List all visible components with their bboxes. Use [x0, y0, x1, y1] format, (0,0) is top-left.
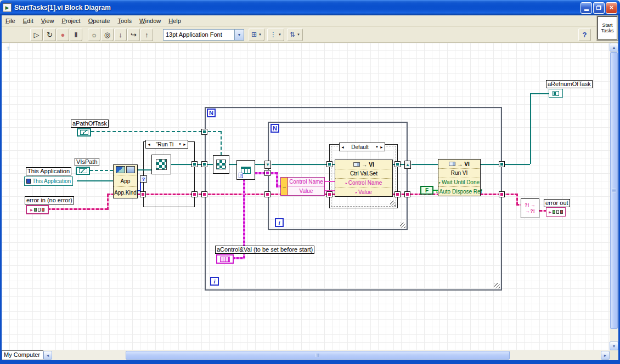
a-control-val-terminal[interactable] [216, 254, 234, 264]
menu-file[interactable]: File [2, 16, 19, 25]
path-wire-segment[interactable] [208, 131, 221, 132]
abort-button[interactable]: ● [57, 29, 69, 41]
error-wire-segment[interactable] [539, 210, 546, 212]
error-tunnel[interactable] [404, 191, 410, 197]
refnum-tunnel[interactable] [326, 161, 332, 167]
font-selector-dropdown[interactable]: ▼ [234, 30, 244, 40]
control-val-wire-segment[interactable] [233, 257, 243, 259]
run-button[interactable]: ▷ [30, 29, 43, 41]
inner-loop-count-terminal[interactable]: N [270, 124, 279, 133]
label-a-refnum-of-task[interactable]: aRefnumOfTask [546, 80, 593, 88]
vi-refnum-wire-segment[interactable] [412, 164, 438, 165]
app-property-node[interactable]: App App.Kind [113, 164, 138, 198]
vi-icon[interactable]: Start Tasks [598, 16, 617, 39]
case-structure-app-kind[interactable] [143, 141, 195, 207]
outer-for-loop-resize-grip[interactable] [494, 283, 500, 288]
inner-loop-iteration-terminal[interactable]: i [275, 218, 284, 227]
step-over-button[interactable]: ↪ [127, 29, 140, 41]
execution-target-selector[interactable]: My Computer [2, 350, 43, 360]
close-button[interactable]: × [606, 2, 617, 14]
vis-path-constant[interactable] [76, 167, 90, 175]
a-refnum-of-task-indicator[interactable] [549, 89, 563, 98]
scroll-down-button[interactable]: ▼ [610, 342, 618, 350]
run-continuous-button[interactable]: ↻ [43, 29, 56, 41]
error-wire-segment[interactable] [48, 208, 107, 210]
label-vis-path[interactable]: VIsPath [75, 158, 99, 166]
app-kind-wire[interactable] [140, 182, 141, 191]
shift-register-left[interactable]: ▼ [264, 161, 271, 169]
pause-button[interactable]: Ⅱ [70, 29, 82, 41]
index-array-node[interactable]: 0 [236, 160, 255, 180]
path-wire-segment[interactable] [90, 170, 113, 171]
property-node-class[interactable]: App [114, 175, 137, 186]
scroll-right-button[interactable]: ► [601, 351, 610, 360]
path-wire-segment[interactable] [91, 131, 202, 132]
horizontal-scrollbar[interactable]: ◄ ► [43, 350, 610, 360]
case-dropdown-icon[interactable]: ▼ [375, 145, 379, 149]
horizontal-scrollbar-thumb[interactable] [126, 351, 510, 360]
refnum-tunnel[interactable] [499, 161, 505, 167]
outer-loop-iteration-terminal[interactable]: i [210, 277, 219, 286]
block-diagram-canvas[interactable]: + ◄ "Run Ti ▼ ► ◄ Default ▼ ► N i N i [2, 43, 610, 350]
path-wire-segment[interactable] [221, 131, 222, 155]
shift-register-right[interactable]: ▲ [404, 161, 411, 169]
error-tunnel[interactable] [140, 191, 146, 197]
menu-edit[interactable]: Edit [19, 16, 37, 25]
menu-view[interactable]: View [37, 16, 58, 25]
error-wire-segment[interactable] [480, 194, 516, 195]
case-next-icon[interactable]: ► [183, 143, 187, 146]
merge-errors-icon[interactable] [521, 198, 539, 218]
error-tunnel[interactable] [264, 191, 270, 197]
scroll-up-button[interactable]: ▲ [610, 43, 618, 52]
invoke-param[interactable]: Control Name [335, 179, 392, 188]
case-prev-icon[interactable]: ◄ [341, 145, 345, 149]
path-tunnel[interactable] [201, 129, 207, 135]
error-wire-segment[interactable] [516, 204, 521, 206]
label-a-path-of-task[interactable]: aPathOfTask [71, 120, 109, 128]
a-path-of-task-terminal[interactable] [77, 128, 91, 136]
vertical-scrollbar-thumb[interactable] [610, 52, 618, 329]
error-in-terminal[interactable] [26, 205, 49, 214]
error-tunnel[interactable] [499, 191, 505, 197]
highlight-execution-button[interactable]: ☼ [88, 29, 100, 41]
invoke-method[interactable]: Ctrl Val.Set [335, 169, 392, 179]
retain-wire-values-button[interactable]: ◎ [101, 29, 114, 41]
label-a-control-val[interactable]: aControl&Val (to be set before start) [215, 246, 314, 254]
case-dropdown-icon[interactable]: ▼ [178, 143, 182, 146]
font-selector[interactable]: 13pt Application Font ▼ [163, 29, 244, 41]
false-boolean-constant[interactable]: F [420, 186, 433, 195]
error-tunnel[interactable] [394, 191, 401, 197]
open-vi-reference-icon[interactable] [151, 155, 171, 174]
vi-refnum-wire-segment[interactable] [530, 93, 531, 164]
unbundle-element[interactable]: Value [288, 186, 324, 196]
control-val-wire-segment[interactable] [276, 185, 280, 187]
vertical-scrollbar[interactable]: ▲ ▼ [610, 43, 618, 350]
error-wire-segment[interactable] [208, 194, 265, 195]
case-prev-icon[interactable]: ◄ [147, 143, 151, 146]
invoke-param[interactable]: Value [335, 187, 392, 196]
minimize-button[interactable] [580, 2, 592, 14]
case-selector-run-time[interactable]: ◄ "Run Ti ▼ ► [145, 140, 188, 149]
error-wire-segment[interactable] [107, 194, 109, 210]
error-out-indicator[interactable] [546, 207, 566, 217]
unbundle-element[interactable]: Control Name [288, 178, 324, 186]
outer-loop-count-terminal[interactable]: N [207, 109, 216, 117]
control-val-wire-segment[interactable] [271, 172, 276, 174]
restore-button[interactable] [593, 2, 605, 14]
case-structure-resize-grip[interactable] [390, 201, 396, 206]
menu-project[interactable]: Project [58, 16, 84, 25]
app-refnum-wire-segment[interactable] [77, 180, 113, 181]
menu-tools[interactable]: Tools [114, 16, 136, 25]
control-val-wire-segment[interactable] [255, 172, 265, 174]
menu-window[interactable]: Window [136, 16, 165, 25]
refnum-tunnel[interactable] [191, 161, 198, 167]
label-error-in[interactable]: error in (no error) [25, 196, 74, 204]
case-selector-default[interactable]: ◄ Default ▼ ► [339, 143, 385, 151]
menu-help[interactable]: Help [165, 16, 185, 25]
error-tunnel[interactable] [201, 191, 207, 197]
menu-operate[interactable]: Operate [84, 16, 114, 25]
vi-refnum-wire-segment[interactable] [530, 93, 549, 94]
step-into-button[interactable]: ↓ [114, 29, 127, 41]
help-button[interactable]: ? [578, 29, 591, 41]
vi-refnum-wire-segment[interactable] [272, 164, 335, 165]
